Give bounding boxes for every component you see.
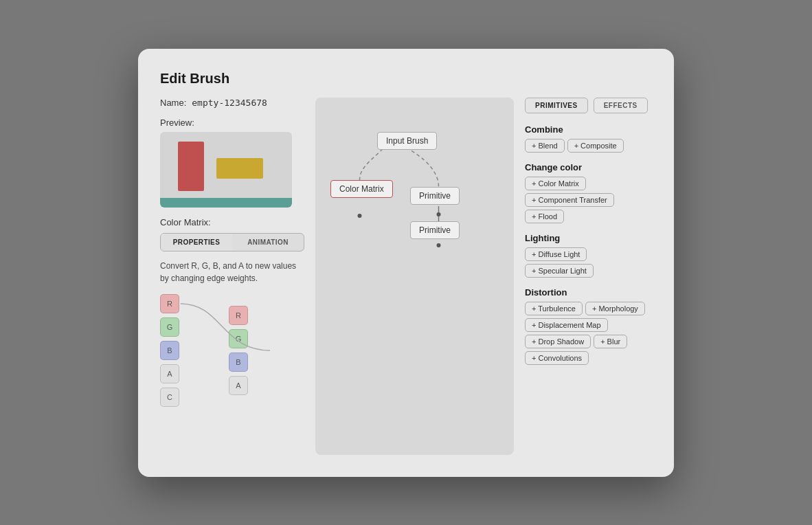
- section-heading: Distortion: [525, 287, 652, 298]
- node-primitive1[interactable]: Primitive: [410, 187, 460, 205]
- svg-point-2: [437, 212, 441, 216]
- window-title: Edit Brush: [160, 71, 652, 87]
- color-matrix-label: Color Matrix:: [160, 217, 304, 227]
- tab-animation[interactable]: ANIMATION: [232, 234, 304, 251]
- primitive-btn---blend[interactable]: + Blend: [525, 139, 565, 153]
- primitive-btn---color-matrix[interactable]: + Color Matrix: [525, 177, 586, 190]
- output-chip-g[interactable]: G: [229, 329, 248, 348]
- preview-inner: [160, 132, 292, 208]
- tab-effects[interactable]: EFFECTS: [594, 98, 648, 113]
- output-chip-r[interactable]: R: [229, 306, 248, 325]
- primitive-btn---displacement-map[interactable]: + Displacement Map: [525, 318, 608, 332]
- primitive-btn---convolutions[interactable]: + Convolutions: [525, 351, 589, 365]
- name-value: empty-12345678: [192, 98, 267, 108]
- primitives-section-distortion: Distortion+ Turbulence+ Morphology+ Disp…: [525, 287, 652, 368]
- preview-box: [160, 132, 292, 208]
- primitives-section-change-color: Change color+ Color Matrix+ Component Tr…: [525, 162, 652, 226]
- matrix-inputs-left: R G B A C: [160, 294, 179, 407]
- tab-properties[interactable]: PROPERTIES: [161, 234, 232, 251]
- node-primitive2[interactable]: Primitive: [410, 221, 460, 239]
- input-chip-a[interactable]: A: [160, 364, 179, 383]
- main-layout: Name: empty-12345678 Preview: Color Matr…: [160, 98, 652, 455]
- left-panel: Name: empty-12345678 Preview: Color Matr…: [160, 98, 304, 455]
- output-chip-a[interactable]: A: [229, 376, 248, 395]
- primitive-btn---diffuse-light[interactable]: + Diffuse Light: [525, 247, 587, 261]
- preview-rect-red: [178, 142, 204, 191]
- input-chip-c[interactable]: C: [160, 388, 179, 407]
- graph-svg: [315, 98, 514, 455]
- input-chip-g[interactable]: G: [160, 317, 179, 337]
- node-color-matrix[interactable]: Color Matrix: [330, 180, 393, 198]
- color-matrix-description: Convert R, G, B, and A to new values by …: [160, 260, 304, 284]
- matrix-curve-svg: [181, 294, 270, 404]
- svg-point-0: [358, 214, 362, 218]
- primitive-btn---turbulence[interactable]: + Turbulence: [525, 302, 583, 315]
- primitives-section-combine: Combine+ Blend+ Composite: [525, 124, 652, 155]
- primitive-btn---morphology[interactable]: + Morphology: [585, 302, 645, 315]
- preview-rect-yellow: [216, 158, 263, 179]
- name-row: Name: empty-12345678: [160, 98, 304, 108]
- section-heading: Combine: [525, 124, 652, 135]
- right-panel: PRIMITIVES EFFECTS Combine+ Blend+ Compo…: [525, 98, 652, 455]
- graph-area[interactable]: Input Brush Color Matrix Primitive Primi…: [315, 98, 514, 455]
- node-input-brush[interactable]: Input Brush: [377, 132, 437, 150]
- matrix-inputs-right: R G B A: [229, 306, 248, 395]
- section-heading: Lighting: [525, 233, 652, 243]
- panel-tabs: PRIMITIVES EFFECTS: [525, 98, 652, 113]
- input-chip-b[interactable]: B: [160, 341, 179, 360]
- preview-bar-teal: [160, 198, 292, 208]
- svg-point-3: [437, 243, 441, 247]
- section-heading: Change color: [525, 162, 652, 172]
- primitive-btn---blur[interactable]: + Blur: [594, 335, 627, 348]
- primitive-btn---flood[interactable]: + Flood: [525, 210, 564, 223]
- output-chip-b[interactable]: B: [229, 353, 248, 372]
- properties-animation-tabs: PROPERTIES ANIMATION: [160, 233, 304, 252]
- edit-brush-window: Edit Brush Name: empty-12345678 Preview:…: [138, 49, 674, 477]
- center-panel: Input Brush Color Matrix Primitive Primi…: [315, 98, 514, 455]
- primitive-btn---component-transfer[interactable]: + Component Transfer: [525, 193, 614, 207]
- name-label: Name:: [160, 98, 186, 108]
- primitives-section-lighting: Lighting+ Diffuse Light+ Specular Light: [525, 233, 652, 280]
- preview-label: Preview:: [160, 118, 304, 128]
- tab-primitives[interactable]: PRIMITIVES: [525, 98, 588, 113]
- primitive-btn---composite[interactable]: + Composite: [567, 139, 624, 153]
- matrix-area: R G B A C R G B A: [160, 294, 304, 407]
- input-chip-r[interactable]: R: [160, 294, 179, 313]
- primitive-btn---specular-light[interactable]: + Specular Light: [525, 264, 594, 278]
- primitives-sections: Combine+ Blend+ CompositeChange color+ C…: [525, 124, 652, 368]
- primitive-btn---drop-shadow[interactable]: + Drop Shadow: [525, 335, 591, 348]
